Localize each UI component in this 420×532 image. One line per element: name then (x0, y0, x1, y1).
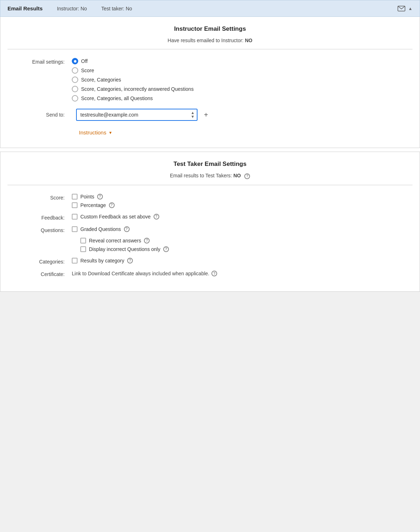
instructions-row: Instructions ▼ (0, 127, 420, 137)
checkbox-results-by-category[interactable]: Results by category ? (72, 258, 133, 263)
checkbox-custom-feedback-box (72, 214, 78, 220)
radio-score-circle (72, 67, 78, 74)
points-help-icon[interactable]: ? (97, 194, 103, 200)
instructor-section-title: Instructor Email Settings (0, 17, 420, 36)
checkbox-points-box (72, 194, 78, 200)
checkbox-points[interactable]: Points ? (72, 194, 115, 200)
checkbox-reveal-correct-box (80, 238, 86, 243)
certificate-text: Link to Download Certificate always incl… (72, 271, 209, 276)
instructor-section: Instructor Email Settings Have results e… (0, 17, 420, 148)
results-by-category-help-icon[interactable]: ? (127, 258, 133, 263)
certificate-controls: Link to Download Certificate always incl… (72, 271, 217, 276)
score-controls: Points ? Percentage ? (72, 194, 115, 208)
send-to-label: Send to: (15, 112, 72, 118)
instructions-arrow-icon: ▼ (109, 130, 112, 135)
nested-question-options: Reveal correct answers ? Display incorre… (80, 238, 169, 252)
instructor-status: Instructor: No (57, 6, 87, 11)
add-email-button[interactable]: + (202, 111, 210, 118)
feedback-controls: Custom Feedback as set above ? (72, 214, 159, 220)
header-meta: Instructor: No Test taker: No (57, 6, 132, 11)
radio-score-categories-all[interactable]: Score, Categories, all Questions (72, 95, 194, 102)
divider-1 (8, 49, 412, 49)
send-to-row: Send to: testresulte@example.com ▲ ▼ + (0, 105, 420, 124)
radio-score-categories-all-circle (72, 95, 78, 102)
custom-feedback-help-icon[interactable]: ? (154, 214, 159, 220)
feedback-label: Feedback: (15, 214, 72, 221)
checkbox-percentage-box (72, 202, 78, 208)
checkbox-percentage[interactable]: Percentage ? (72, 202, 115, 208)
radio-score[interactable]: Score (72, 67, 194, 74)
divider-2 (8, 185, 412, 185)
email-results-header: Email Results Instructor: No Test taker:… (0, 0, 420, 17)
categories-label: Categories: (15, 258, 72, 265)
mail-icon (398, 6, 405, 11)
email-settings-controls: Off Score Score, Categories Score, Categ… (72, 58, 194, 102)
percentage-help-icon[interactable]: ? (109, 202, 115, 208)
categories-row: Categories: Results by category ? (0, 256, 420, 266)
certificate-label: Certificate: (15, 270, 72, 277)
test-taker-status-help-icon[interactable]: ? (244, 173, 250, 179)
radio-off-circle (72, 58, 78, 64)
score-row: Score: Points ? Percentage ? (0, 192, 420, 210)
questions-label: Questions: (15, 226, 72, 233)
header-title: Email Results (8, 5, 42, 11)
test-taker-status: Test taker: No (101, 6, 132, 11)
questions-row: Questions: Graded Questions ? Reveal cor… (0, 225, 420, 253)
checkbox-display-incorrect-only-box (80, 246, 86, 252)
send-to-select[interactable]: testresulte@example.com (76, 109, 198, 121)
send-to-select-wrapper: testresulte@example.com ▲ ▼ (76, 109, 198, 121)
radio-score-categories[interactable]: Score, Categories (72, 77, 194, 83)
radio-off[interactable]: Off (72, 58, 194, 64)
email-settings-row: Email settings: Off Score Score, Categor… (0, 56, 420, 103)
test-taker-email-status: Email results to Test Takers: NO ? (0, 171, 420, 185)
checkbox-reveal-correct[interactable]: Reveal correct answers ? (80, 238, 169, 243)
header-icons: ▲ (398, 6, 412, 11)
checkbox-results-by-category-box (72, 258, 78, 263)
graded-questions-help-icon[interactable]: ? (124, 226, 130, 232)
radio-score-categories-circle (72, 77, 78, 83)
instructor-email-status: Have results emailed to Instructor: NO (0, 36, 420, 49)
checkbox-graded-questions-box (72, 226, 78, 232)
display-incorrect-help-icon[interactable]: ? (163, 246, 169, 252)
radio-score-categories-incorrect-circle (72, 86, 78, 92)
feedback-row: Feedback: Custom Feedback as set above ? (0, 212, 420, 222)
collapse-icon[interactable]: ▲ (408, 6, 412, 11)
questions-controls: Graded Questions ? Reveal correct answer… (72, 226, 169, 252)
certificate-row: Certificate: Link to Download Certificat… (0, 269, 420, 279)
email-settings-label: Email settings: (15, 58, 72, 65)
instructions-button[interactable]: Instructions ▼ (79, 129, 112, 136)
certificate-help-icon[interactable]: ? (211, 271, 217, 276)
radio-score-categories-incorrect[interactable]: Score, Categories, incorrectly answered … (72, 86, 194, 92)
checkbox-graded-questions[interactable]: Graded Questions ? (72, 226, 169, 232)
test-taker-section: Test Taker Email Settings Email results … (0, 152, 420, 292)
checkbox-custom-feedback[interactable]: Custom Feedback as set above ? (72, 214, 159, 220)
categories-controls: Results by category ? (72, 258, 133, 263)
reveal-correct-help-icon[interactable]: ? (144, 238, 150, 243)
score-label: Score: (15, 194, 72, 201)
checkbox-display-incorrect-only[interactable]: Display incorrect Questions only ? (80, 246, 169, 252)
test-taker-section-title: Test Taker Email Settings (0, 152, 420, 171)
